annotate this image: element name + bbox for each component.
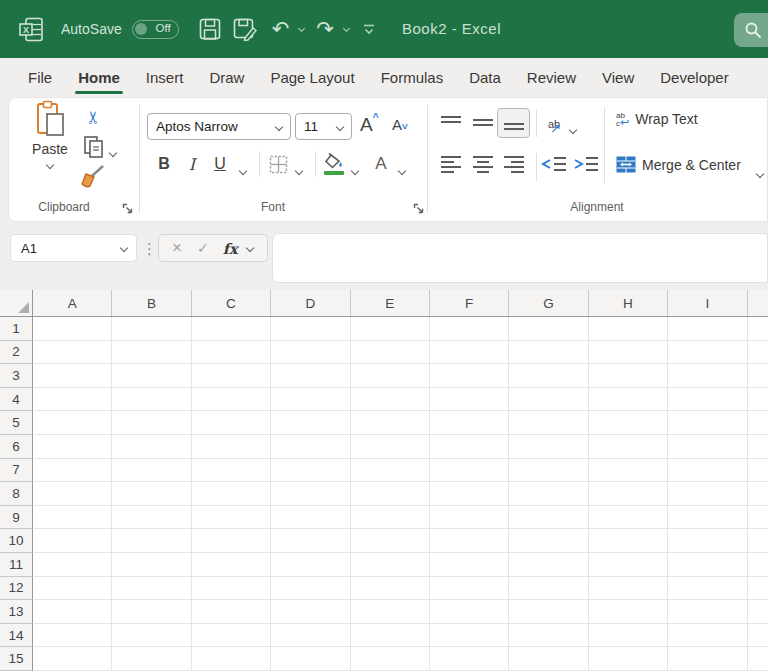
cell[interactable] (192, 388, 271, 412)
cell[interactable] (430, 341, 509, 365)
cell[interactable] (430, 435, 509, 459)
row-header-12[interactable]: 12 (0, 577, 33, 601)
cell[interactable] (33, 364, 112, 388)
select-all-corner[interactable] (0, 290, 33, 316)
center-align-button[interactable] (472, 155, 494, 173)
cell[interactable] (192, 577, 271, 601)
orientation-dropdown-chevron[interactable] (570, 119, 576, 137)
italic-button[interactable]: I (182, 152, 202, 176)
cell[interactable] (509, 482, 588, 506)
font-color-dropdown-chevron[interactable] (399, 160, 405, 178)
cell[interactable] (668, 317, 747, 341)
cut-button[interactable]: ✂ (80, 105, 106, 129)
name-box[interactable]: A1 (10, 234, 137, 262)
cell[interactable] (112, 388, 191, 412)
cell[interactable] (112, 553, 191, 577)
cell[interactable] (668, 506, 747, 530)
underline-button[interactable]: U (209, 152, 231, 176)
cell[interactable] (430, 506, 509, 530)
cell[interactable] (509, 317, 588, 341)
paste-dropdown-chevron[interactable] (46, 161, 54, 169)
cell[interactable] (351, 388, 430, 412)
cell[interactable] (589, 529, 668, 553)
column-header-a[interactable]: A (33, 290, 112, 316)
cell[interactable] (430, 388, 509, 412)
cell[interactable] (748, 341, 768, 365)
cell[interactable] (271, 317, 350, 341)
row-header-15[interactable]: 15 (0, 647, 33, 671)
cell[interactable] (589, 317, 668, 341)
cell[interactable] (668, 388, 747, 412)
redo-dropdown[interactable] (338, 28, 349, 31)
cell[interactable] (351, 482, 430, 506)
increase-font-size-button[interactable]: A ^ (360, 114, 379, 136)
cell[interactable] (430, 482, 509, 506)
cell[interactable] (271, 341, 350, 365)
column-header-h[interactable]: H (589, 290, 668, 316)
tab-developer[interactable]: Developer (647, 58, 741, 97)
cell[interactable] (509, 459, 588, 483)
formula-bar-resize-handle[interactable]: ⋮ (142, 240, 157, 258)
cell[interactable] (589, 600, 668, 624)
tab-data[interactable]: Data (456, 58, 514, 97)
cell[interactable] (589, 435, 668, 459)
cell[interactable] (192, 317, 271, 341)
cell[interactable] (271, 435, 350, 459)
cell[interactable] (748, 506, 768, 530)
row-header-10[interactable]: 10 (0, 529, 33, 553)
cell[interactable] (33, 624, 112, 648)
cell[interactable] (748, 364, 768, 388)
cell[interactable] (668, 364, 747, 388)
merge-center-dropdown-chevron[interactable] (757, 163, 763, 181)
cell[interactable] (589, 364, 668, 388)
cell[interactable] (430, 529, 509, 553)
cell[interactable] (112, 577, 191, 601)
cell[interactable] (430, 317, 509, 341)
row-header-9[interactable]: 9 (0, 506, 33, 530)
cell[interactable] (748, 482, 768, 506)
cell[interactable] (509, 364, 588, 388)
middle-align-button[interactable] (472, 114, 494, 132)
cell[interactable] (589, 388, 668, 412)
cell[interactable] (351, 506, 430, 530)
align-right-button[interactable] (503, 155, 525, 173)
cell[interactable] (192, 341, 271, 365)
cell[interactable] (430, 411, 509, 435)
cell[interactable] (668, 624, 747, 648)
cell[interactable] (589, 506, 668, 530)
copy-button[interactable] (80, 134, 106, 160)
cell[interactable] (351, 600, 430, 624)
row-header-2[interactable]: 2 (0, 341, 33, 365)
cell[interactable] (509, 529, 588, 553)
column-header-i[interactable]: I (668, 290, 747, 316)
cell[interactable] (668, 553, 747, 577)
cell[interactable] (192, 459, 271, 483)
cell[interactable] (33, 577, 112, 601)
decrease-font-size-button[interactable]: A ^ (392, 116, 408, 133)
cell[interactable] (351, 553, 430, 577)
cell[interactable] (748, 388, 768, 412)
row-header-13[interactable]: 13 (0, 600, 33, 624)
cell[interactable] (668, 529, 747, 553)
decrease-indent-button[interactable] (541, 155, 567, 173)
fill-color-button[interactable] (320, 150, 348, 178)
cell[interactable] (509, 600, 588, 624)
cell[interactable] (351, 529, 430, 553)
cell[interactable] (509, 411, 588, 435)
cell[interactable] (271, 624, 350, 648)
cell[interactable] (668, 411, 747, 435)
cell[interactable] (271, 388, 350, 412)
tab-draw[interactable]: Draw (196, 58, 257, 97)
cell[interactable] (112, 482, 191, 506)
cell[interactable] (271, 506, 350, 530)
cell[interactable] (112, 506, 191, 530)
save-as-button[interactable] (233, 18, 258, 41)
cell[interactable] (271, 459, 350, 483)
cell[interactable] (192, 647, 271, 671)
cell[interactable] (509, 388, 588, 412)
cell[interactable] (192, 600, 271, 624)
cell[interactable] (33, 600, 112, 624)
cell[interactable] (509, 506, 588, 530)
cell[interactable] (33, 435, 112, 459)
cell[interactable] (33, 529, 112, 553)
